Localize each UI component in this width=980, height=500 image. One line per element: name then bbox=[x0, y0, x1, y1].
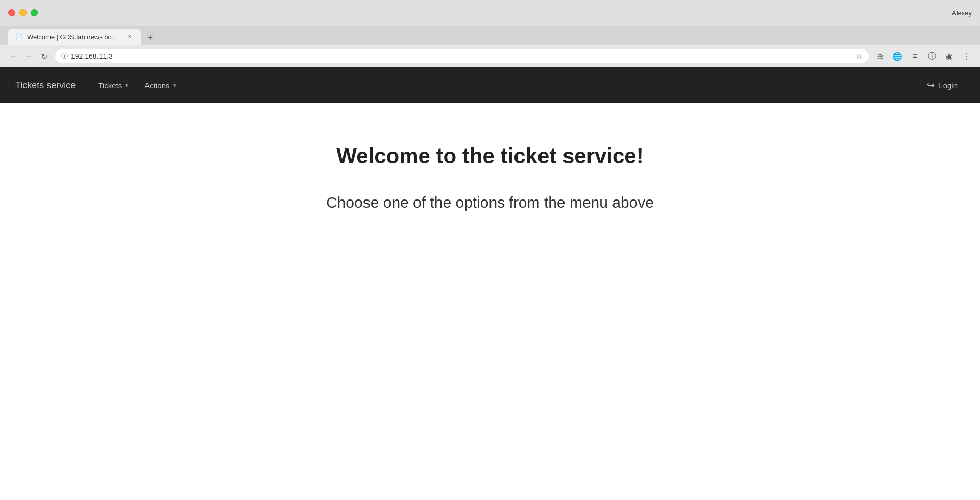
address-bar-row: ← → ↻ ⓘ 192.168.11.3 ☆ ⊕ 🌐 ≡ ⓘ ◉ ⋮ bbox=[0, 45, 980, 67]
main-content: Welcome to the ticket service! Choose on… bbox=[0, 103, 980, 500]
identity-icon[interactable]: ⓘ bbox=[925, 49, 939, 63]
address-text: 192.168.11.3 bbox=[71, 52, 853, 60]
reload-button[interactable]: ↻ bbox=[37, 49, 51, 63]
back-button[interactable]: ← bbox=[6, 49, 20, 63]
actions-label: Actions bbox=[144, 81, 169, 90]
new-tab-button[interactable]: + bbox=[143, 31, 157, 45]
login-button[interactable]: ↪ Login bbox=[920, 76, 965, 95]
navbar-nav: Tickets ▾ Actions ▾ bbox=[91, 77, 920, 94]
reader-view-icon[interactable]: ≡ bbox=[908, 49, 922, 63]
menu-icon[interactable]: ⋮ bbox=[960, 49, 974, 63]
title-bar: Alexey bbox=[0, 0, 980, 26]
address-info-icon: ⓘ bbox=[61, 52, 68, 61]
tickets-dropdown-toggle[interactable]: Tickets ▾ bbox=[91, 77, 135, 94]
tickets-label: Tickets bbox=[98, 81, 122, 90]
actions-dropdown-toggle[interactable]: Actions ▾ bbox=[137, 77, 183, 94]
browser-chrome: Alexey 📄 Welcome | GDS.lab news boar… × … bbox=[0, 0, 980, 67]
browser-tab[interactable]: 📄 Welcome | GDS.lab news boar… × bbox=[8, 29, 141, 45]
welcome-heading: Welcome to the ticket service! bbox=[336, 144, 643, 168]
pocket-icon[interactable]: ⊕ bbox=[873, 49, 887, 63]
user-name: Alexey bbox=[952, 9, 972, 17]
minimize-button[interactable] bbox=[19, 9, 27, 16]
tickets-dropdown-arrow: ▾ bbox=[125, 82, 128, 89]
login-label: Login bbox=[939, 81, 958, 90]
tab-close-button[interactable]: × bbox=[126, 33, 134, 41]
login-icon: ↪ bbox=[927, 80, 935, 91]
tabs-bar: 📄 Welcome | GDS.lab news boar… × + bbox=[0, 26, 980, 45]
close-button[interactable] bbox=[8, 9, 15, 16]
navbar-brand[interactable]: Tickets service bbox=[15, 80, 76, 91]
maximize-button[interactable] bbox=[31, 9, 38, 16]
navbar: Tickets service Tickets ▾ Actions ▾ ↪ Lo… bbox=[0, 67, 980, 103]
bookmark-icon[interactable]: ☆ bbox=[856, 52, 863, 60]
browser-action-icons: ⊕ 🌐 ≡ ⓘ ◉ ⋮ bbox=[873, 49, 974, 63]
tab-title: Welcome | GDS.lab news boar… bbox=[27, 33, 121, 41]
traffic-lights bbox=[8, 9, 38, 16]
tab-page-icon: 📄 bbox=[15, 33, 23, 40]
tickets-nav-item: Tickets ▾ bbox=[91, 77, 135, 94]
forward-button[interactable]: → bbox=[21, 49, 36, 63]
profile-icon[interactable]: ◉ bbox=[942, 49, 957, 63]
subtitle-text: Choose one of the options from the menu … bbox=[326, 194, 654, 211]
nav-buttons: ← → ↻ bbox=[6, 49, 51, 63]
actions-dropdown-arrow: ▾ bbox=[173, 82, 176, 89]
globe-icon[interactable]: 🌐 bbox=[890, 49, 904, 63]
address-bar[interactable]: ⓘ 192.168.11.3 ☆ bbox=[55, 49, 869, 63]
page-content: Tickets service Tickets ▾ Actions ▾ ↪ Lo… bbox=[0, 67, 980, 500]
navbar-right: ↪ Login bbox=[920, 76, 965, 95]
actions-nav-item: Actions ▾ bbox=[137, 77, 183, 94]
